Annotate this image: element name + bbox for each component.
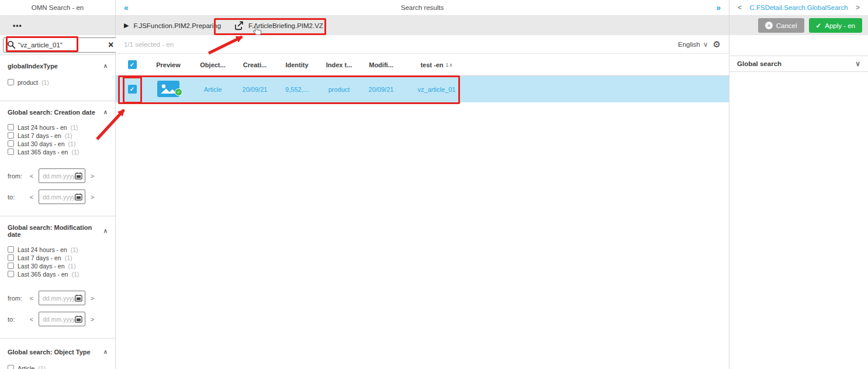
filter-article[interactable]: Article (1) xyxy=(8,364,108,369)
date-from-input-box[interactable] xyxy=(39,291,85,305)
column-preview[interactable]: Preview xyxy=(145,61,192,68)
column-object-type[interactable]: Object... xyxy=(192,61,234,68)
selection-bar: 1/1 selected - en English ∨ ⚙ xyxy=(116,35,729,54)
section-global-index-type[interactable]: globalIndexType ∧ xyxy=(8,63,108,70)
date-to-input[interactable] xyxy=(43,194,75,201)
filter-last-365-days[interactable]: Last 365 days - en (1) xyxy=(8,148,108,156)
date-to-input-box[interactable] xyxy=(39,312,85,326)
checkbox[interactable] xyxy=(8,79,14,85)
checkbox[interactable] xyxy=(8,132,14,139)
section-object-type[interactable]: Global search: Object Type ∧ xyxy=(8,349,108,356)
creation-date-to-row: to: < > xyxy=(8,189,108,204)
checkbox[interactable] xyxy=(8,271,14,277)
filter-last-7-days[interactable]: Last 7 days - en (1) xyxy=(8,254,108,261)
cell-index-type: product xyxy=(318,86,360,93)
filter-product[interactable]: product (1) xyxy=(8,78,108,87)
calendar-icon[interactable] xyxy=(75,172,82,180)
apply-button[interactable]: ✓ Apply - en xyxy=(809,18,862,33)
select-all-checkbox[interactable]: ✓ xyxy=(128,60,137,69)
results-toolbar: ▶ F.JSFunction.PIM2.Preparing F.ArticleB… xyxy=(116,16,729,35)
to-label: to: xyxy=(8,316,27,323)
chevron-up-icon: ∧ xyxy=(103,349,108,355)
detail-toolbar: × Cancel ✓ Apply - en xyxy=(729,16,868,35)
search-bar: × xyxy=(0,35,115,55)
date-from-input[interactable] xyxy=(43,295,75,302)
calendar-icon[interactable] xyxy=(75,294,82,302)
cell-object-type: Article xyxy=(192,86,234,93)
overflow-menu-icon[interactable]: ••• xyxy=(13,22,22,30)
column-identity[interactable]: Identity xyxy=(276,61,318,68)
date-next-icon[interactable]: > xyxy=(88,173,97,180)
settings-gear-icon[interactable]: ⚙ xyxy=(713,39,721,50)
search-results-panel: Search results « » ▶ F.JSFunction.PIM2.P… xyxy=(116,0,729,369)
date-from-input[interactable] xyxy=(43,173,75,180)
sidebar-toolbar: ••• xyxy=(0,16,115,35)
date-prev-icon[interactable]: < xyxy=(27,316,36,323)
detail-title[interactable]: C.FSDetail.Search.GlobalSearch xyxy=(749,4,848,11)
date-prev-icon[interactable]: < xyxy=(27,295,36,302)
search-input[interactable] xyxy=(18,42,108,49)
filter-last-7-days[interactable]: Last 7 days - en (1) xyxy=(8,132,108,139)
search-box[interactable]: × xyxy=(3,37,117,53)
chevron-up-icon: ∧ xyxy=(103,109,108,115)
checkbox[interactable] xyxy=(8,246,14,253)
checkbox[interactable] xyxy=(8,263,14,269)
prev-detail-icon[interactable]: < xyxy=(738,4,742,11)
date-next-icon[interactable]: > xyxy=(88,194,97,201)
from-label: from: xyxy=(8,295,27,302)
section-creation-date[interactable]: Global search: Creation date ∧ xyxy=(8,109,108,116)
date-from-input-box[interactable] xyxy=(39,168,85,183)
sort-indicator: 1 ∧ xyxy=(446,62,453,68)
column-index-type[interactable]: Index t... xyxy=(318,61,360,68)
next-detail-icon[interactable]: > xyxy=(856,4,860,11)
cell-modification-date: 20/09/21 xyxy=(360,86,402,93)
column-test-en[interactable]: test -en 1 ∧ xyxy=(402,61,471,68)
row-checkbox[interactable]: ✓ xyxy=(128,85,137,94)
results-title: Search results xyxy=(116,4,729,11)
date-to-input-box[interactable] xyxy=(39,189,85,204)
image-preview-thumbnail[interactable]: ✓ xyxy=(157,91,179,98)
cancel-button[interactable]: × Cancel xyxy=(758,18,804,33)
cell-creation-date: 20/09/21 xyxy=(234,86,276,93)
approved-badge-icon: ✓ xyxy=(175,88,182,96)
calendar-icon[interactable] xyxy=(75,315,82,323)
clear-search-icon[interactable]: × xyxy=(108,40,113,50)
date-to-input[interactable] xyxy=(43,316,75,323)
collapse-left-icon[interactable]: « xyxy=(124,3,129,12)
calendar-icon[interactable] xyxy=(75,193,82,201)
date-next-icon[interactable]: > xyxy=(88,316,97,323)
filter-last-365-days[interactable]: Last 365 days - en (1) xyxy=(8,270,108,278)
filter-sections: globalIndexType ∧ product (1) Global sea… xyxy=(0,55,115,369)
checkbox[interactable] xyxy=(8,254,14,261)
checkbox[interactable] xyxy=(8,124,14,130)
filter-last-30-days[interactable]: Last 30 days - en (1) xyxy=(8,262,108,270)
article-briefing-button[interactable]: F.ArticleBriefing.PIM2.VZ xyxy=(234,21,323,30)
to-label: to: xyxy=(8,194,27,201)
chevron-up-icon: ∧ xyxy=(103,228,108,234)
omn-search-window: OMN Search - en ••• × globalIndexType ∧ xyxy=(0,0,868,369)
table-header-row: ✓ Preview Object... Creati... Identity I… xyxy=(116,54,729,76)
checkbox[interactable] xyxy=(8,140,14,147)
sidebar-title: OMN Search - en xyxy=(0,0,115,16)
section-modification-date[interactable]: Global search: Modification date ∧ xyxy=(8,224,108,238)
checkbox[interactable] xyxy=(8,149,14,155)
column-modification[interactable]: Modifi... xyxy=(360,61,402,68)
filter-last-24-hours[interactable]: Last 24 hours - en (1) xyxy=(8,246,108,253)
language-dropdown[interactable]: English ∨ xyxy=(678,41,708,48)
date-next-icon[interactable]: > xyxy=(88,295,97,302)
table-row[interactable]: ✓ ✓ Article 20/09/21 9,552,... product 2… xyxy=(116,76,729,102)
run-jsfunction-button[interactable]: ▶ F.JSFunction.PIM2.Preparing xyxy=(124,22,221,29)
date-prev-icon[interactable]: < xyxy=(27,173,36,180)
detail-panel: < C.FSDetail.Search.GlobalSearch > × Can… xyxy=(729,0,868,369)
global-search-section[interactable]: Global search ∨ xyxy=(729,56,868,72)
filter-last-24-hours[interactable]: Last 24 hours - en (1) xyxy=(8,123,108,131)
collapse-right-icon[interactable]: » xyxy=(716,3,721,12)
cancel-circle-icon: × xyxy=(765,22,773,29)
cell-identity: 9,552,... xyxy=(276,86,318,93)
checkbox[interactable] xyxy=(8,365,14,369)
modification-date-from-row: from: < > xyxy=(8,291,108,305)
date-prev-icon[interactable]: < xyxy=(27,194,36,201)
section-divider xyxy=(0,101,115,101)
filter-last-30-days[interactable]: Last 30 days - en (1) xyxy=(8,140,108,147)
column-creation[interactable]: Creati... xyxy=(234,61,276,68)
